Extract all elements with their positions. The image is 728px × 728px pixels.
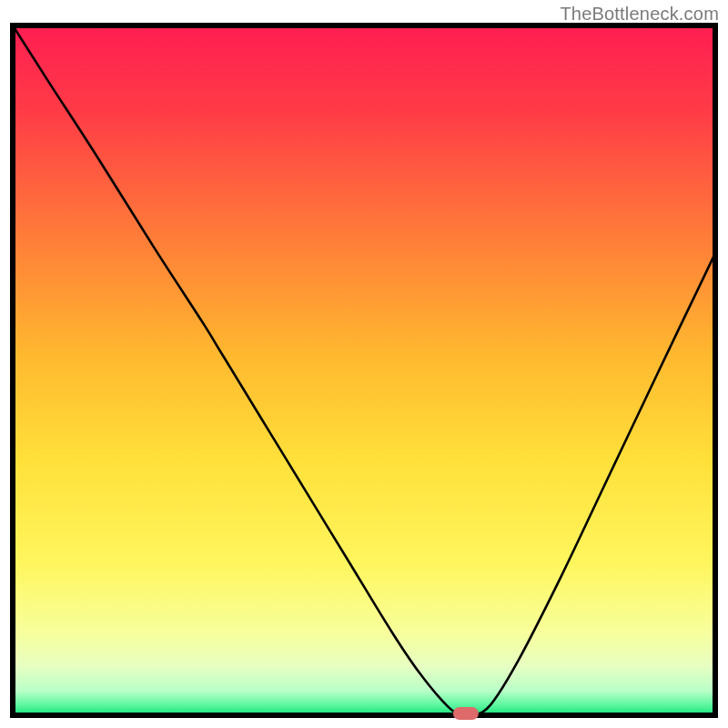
plot-background bbox=[13, 25, 715, 715]
optimal-point-marker bbox=[453, 707, 479, 720]
bottleneck-chart bbox=[0, 0, 728, 728]
chart-container: TheBottleneck.com bbox=[0, 0, 728, 728]
plot-area bbox=[13, 25, 715, 720]
